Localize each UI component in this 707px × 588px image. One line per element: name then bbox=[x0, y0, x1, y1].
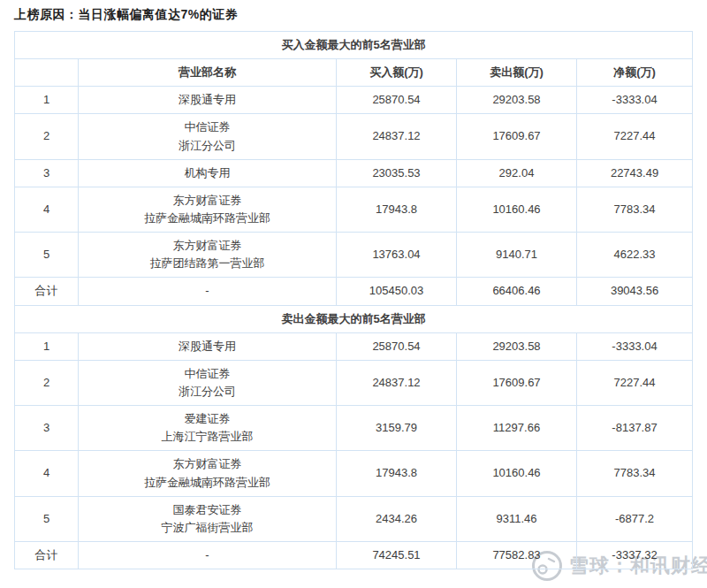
net-cell: -6877.2 bbox=[577, 496, 693, 541]
buy-cell: 24837.12 bbox=[337, 114, 457, 159]
buy-cell: 23035.53 bbox=[337, 159, 457, 187]
rank-cell: 3 bbox=[15, 159, 79, 187]
name-cell: 东方财富证券 拉萨团结路第一营业部 bbox=[79, 233, 337, 278]
buy-cell: 13763.04 bbox=[337, 233, 457, 278]
column-header-name: 营业部名称 bbox=[79, 59, 337, 87]
rank-cell: 5 bbox=[15, 233, 79, 278]
buy-cell: 2434.26 bbox=[337, 496, 457, 541]
buy-section-header-row: 买入金额最大的前5名营业部 bbox=[15, 32, 693, 59]
name-cell: 爱建证券 上海江宁路营业部 bbox=[79, 406, 337, 451]
net-cell: -8137.87 bbox=[577, 406, 693, 451]
rank-cell: 4 bbox=[15, 451, 79, 496]
sell-section-header-row: 卖出金额最大的前5名营业部 bbox=[15, 305, 693, 332]
buy-section-title: 买入金额最大的前5名营业部 bbox=[15, 32, 693, 59]
sell-cell: 11297.66 bbox=[457, 406, 577, 451]
buy-cell: 25870.54 bbox=[337, 332, 457, 360]
rank-cell: 2 bbox=[15, 360, 79, 405]
total-name-cell: - bbox=[79, 278, 337, 305]
net-cell: 7227.44 bbox=[577, 114, 693, 159]
buy-cell: 24837.12 bbox=[337, 360, 457, 405]
net-cell: -3333.04 bbox=[577, 87, 693, 114]
name-cell: 深股通专用 bbox=[79, 87, 337, 114]
rank-cell: 4 bbox=[15, 187, 79, 232]
total-buy-cell: 105450.03 bbox=[337, 278, 457, 305]
total-sell-cell: 66406.46 bbox=[457, 278, 577, 305]
total-sell-cell: 77582.83 bbox=[457, 541, 577, 569]
net-cell: 4622.33 bbox=[577, 233, 693, 278]
sell-cell: 29203.58 bbox=[457, 332, 577, 360]
total-label-cell: 合计 bbox=[15, 541, 79, 569]
sell-section-title: 卖出金额最大的前5名营业部 bbox=[15, 305, 693, 332]
name-cell: 机构专用 bbox=[79, 159, 337, 187]
sell-cell: 17609.67 bbox=[457, 360, 577, 405]
rank-cell: 1 bbox=[15, 87, 79, 114]
sell-cell: 10160.46 bbox=[457, 187, 577, 232]
column-header-net: 净额(万) bbox=[577, 59, 693, 87]
table-row: 2 中信证券 浙江分公司 24837.12 17609.67 7227.44 bbox=[15, 114, 693, 159]
total-buy-cell: 74245.51 bbox=[337, 541, 457, 569]
net-cell: 7783.34 bbox=[577, 187, 693, 232]
total-row: 合计 - 105450.03 66406.46 39043.56 bbox=[15, 278, 693, 305]
table-row: 4 东方财富证券 拉萨金融城南环路营业部 17943.8 10160.46 77… bbox=[15, 187, 693, 232]
column-header-rank bbox=[15, 59, 79, 87]
column-header-sell: 卖出额(万) bbox=[457, 59, 577, 87]
table-row: 1 深股通专用 25870.54 29203.58 -3333.04 bbox=[15, 87, 693, 114]
sell-cell: 10160.46 bbox=[457, 451, 577, 496]
column-header-buy: 买入额(万) bbox=[337, 59, 457, 87]
table-row: 2 中信证券 浙江分公司 24837.12 17609.67 7227.44 bbox=[15, 360, 693, 405]
sell-cell: 29203.58 bbox=[457, 87, 577, 114]
total-net-cell: 39043.56 bbox=[577, 278, 693, 305]
table-row: 1 深股通专用 25870.54 29203.58 -3333.04 bbox=[15, 332, 693, 360]
net-cell: 7227.44 bbox=[577, 360, 693, 405]
buy-cell: 3159.79 bbox=[337, 406, 457, 451]
sell-cell: 9140.71 bbox=[457, 233, 577, 278]
sell-cell: 9311.46 bbox=[457, 496, 577, 541]
name-cell: 国泰君安证券 宁波广福街营业部 bbox=[79, 496, 337, 541]
sell-cell: 17609.67 bbox=[457, 114, 577, 159]
column-header-row: 营业部名称 买入额(万) 卖出额(万) 净额(万) bbox=[15, 59, 693, 87]
rank-cell: 2 bbox=[15, 114, 79, 159]
table-row: 5 国泰君安证券 宁波广福街营业部 2434.26 9311.46 -6877.… bbox=[15, 496, 693, 541]
net-cell: 22743.49 bbox=[577, 159, 693, 187]
table-row: 3 机构专用 23035.53 292.04 22743.49 bbox=[15, 159, 693, 187]
total-row: 合计 - 74245.51 77582.83 -3337.32 bbox=[15, 541, 693, 569]
buy-cell: 25870.54 bbox=[337, 87, 457, 114]
name-cell: 中信证券 浙江分公司 bbox=[79, 360, 337, 405]
name-cell: 中信证券 浙江分公司 bbox=[79, 114, 337, 159]
name-cell: 东方财富证券 拉萨金融城南环路营业部 bbox=[79, 187, 337, 232]
net-cell: -3333.04 bbox=[577, 332, 693, 360]
rank-cell: 1 bbox=[15, 332, 79, 360]
buy-cell: 17943.8 bbox=[337, 187, 457, 232]
table-row: 4 东方财富证券 拉萨金融城南环路营业部 17943.8 10160.46 77… bbox=[15, 451, 693, 496]
total-net-cell: -3337.32 bbox=[577, 541, 693, 569]
rank-cell: 5 bbox=[15, 496, 79, 541]
name-cell: 东方财富证券 拉萨金融城南环路营业部 bbox=[79, 451, 337, 496]
report-page: 上榜原因：当日涨幅偏离值达7%的证券 雪球：和讯财经 买入金额最大的前5名营业部… bbox=[0, 0, 707, 588]
net-cell: 7783.34 bbox=[577, 451, 693, 496]
sell-cell: 292.04 bbox=[457, 159, 577, 187]
table-row: 3 爱建证券 上海江宁路营业部 3159.79 11297.66 -8137.8… bbox=[15, 406, 693, 451]
page-title: 上榜原因：当日涨幅偏离值达7%的证券 bbox=[14, 7, 238, 23]
total-name-cell: - bbox=[79, 541, 337, 569]
name-cell: 深股通专用 bbox=[79, 332, 337, 360]
buy-cell: 17943.8 bbox=[337, 451, 457, 496]
trading-table: 买入金额最大的前5名营业部 营业部名称 买入额(万) 卖出额(万) 净额(万) … bbox=[14, 31, 693, 569]
rank-cell: 3 bbox=[15, 406, 79, 451]
table-row: 5 东方财富证券 拉萨团结路第一营业部 13763.04 9140.71 462… bbox=[15, 233, 693, 278]
total-label-cell: 合计 bbox=[15, 278, 79, 305]
